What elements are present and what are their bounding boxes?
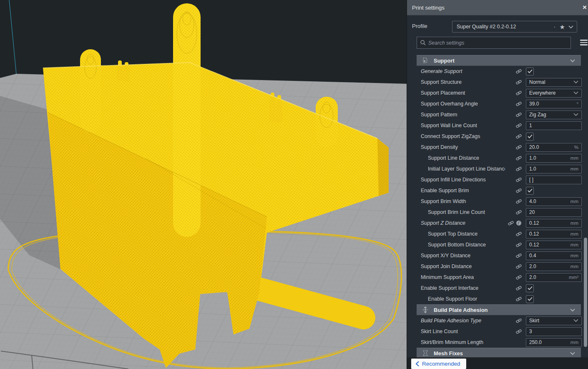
setting-row-support-infill-line-directions: Support Infill Line Directions[ ] — [407, 174, 588, 185]
section-label: Mesh Fixes — [434, 350, 463, 356]
input-skirt-brim-minimum-length[interactable]: 250.0mm — [526, 338, 582, 347]
panel-title: Print settings — [412, 5, 445, 11]
link-icon — [516, 231, 522, 237]
input-value: 39.0 — [529, 101, 576, 107]
link-icon — [516, 253, 522, 259]
link-icon — [516, 90, 522, 96]
input-support-wall-line-count[interactable]: 1 — [526, 121, 582, 130]
profile-label: Profile — [412, 23, 427, 29]
input-support-brim-line-count[interactable]: 20 — [526, 208, 582, 217]
checkbox-enable-support-floor[interactable] — [526, 295, 534, 303]
checkbox-generate-support[interactable] — [526, 68, 534, 75]
input-unit: mm — [570, 264, 578, 269]
setting-row-support-pattern: Support PatternZig Zag — [407, 109, 588, 120]
input-value: 1 — [529, 123, 578, 128]
search-row: Search settings — [417, 37, 588, 49]
setting-label: Enable Support Interface — [421, 285, 505, 291]
link-icon — [516, 210, 522, 215]
setting-label: Build Plate Adhesion Type — [421, 318, 505, 324]
dropdown-build-plate-adhesion-type[interactable]: Skirt — [526, 316, 582, 325]
input-unit: mm — [570, 231, 578, 236]
section-header-support[interactable]: Support — [417, 55, 581, 66]
link-icon — [516, 188, 522, 193]
search-input[interactable]: Search settings — [417, 37, 571, 49]
setting-row-support-bottom-distance: Support Bottom Distance0.12mm — [407, 239, 588, 250]
input-unit: % — [574, 145, 578, 150]
setting-label: Support Top Distance — [428, 231, 505, 237]
input-support-density[interactable]: 20.0% — [526, 143, 582, 152]
input-value: 3 — [529, 329, 578, 334]
input-value: 2.0 — [529, 264, 570, 269]
dropdown-value: Zig Zag — [529, 112, 573, 118]
settings-menu-icon[interactable] — [580, 39, 588, 46]
dropdown-support-pattern[interactable]: Zig Zag — [526, 110, 582, 119]
dropdown-value: Skirt — [529, 318, 573, 324]
profile-dropdown[interactable]: Super Quality #2 0.2-0.12 ★ — [452, 21, 577, 33]
input-value: 1.0 — [529, 166, 570, 172]
chevron-down-icon — [573, 91, 578, 95]
input-support-overhang-angle[interactable]: 39.0° — [526, 100, 582, 108]
input-support-bottom-distance[interactable]: 0.12mm — [526, 241, 582, 249]
star-icon[interactable]: ★ — [560, 22, 565, 33]
input-value: [ ] — [529, 177, 578, 183]
chevron-down-icon — [573, 80, 578, 84]
dropdown-support-placement[interactable]: Everywhere — [526, 89, 582, 98]
input-support-join-distance[interactable]: 2.0mm — [526, 262, 582, 271]
link-icon — [516, 318, 522, 324]
setting-label: Support Placement — [421, 90, 505, 96]
dropdown-support-structure[interactable]: Normal — [526, 78, 582, 87]
panel-footer: Recommended — [407, 357, 588, 369]
setting-row-enable-support-brim: Enable Support Brim — [407, 185, 588, 196]
setting-row-support-join-distance: Support Join Distance2.0mm — [407, 261, 588, 272]
check-icon — [528, 69, 533, 73]
checkbox-enable-support-brim[interactable] — [526, 187, 534, 195]
setting-label: Connect Support ZigZags — [421, 133, 505, 139]
input-support-x-y-distance[interactable]: 0.4mm — [526, 251, 582, 260]
setting-row-enable-support-interface: Enable Support Interface — [407, 283, 588, 294]
input-unit: mm — [570, 340, 578, 345]
link-icon — [516, 264, 522, 269]
setting-row-skirt-line-count: Skirt Line Count3 — [407, 326, 588, 337]
panel-scrollbar-thumb[interactable] — [584, 238, 587, 347]
link-icon — [516, 134, 522, 139]
input-support-infill-line-directions[interactable]: [ ] — [526, 176, 582, 184]
input-value: 1.0 — [529, 155, 570, 161]
input-support-top-distance[interactable]: 0.12mm — [526, 230, 582, 238]
recommended-button[interactable]: Recommended — [411, 359, 466, 369]
input-unit: mm² — [569, 275, 578, 280]
input-support-brim-width[interactable]: 4.0mm — [526, 197, 582, 206]
setting-row-enable-support-floor: Enable Support Floor — [407, 294, 588, 304]
setting-label: Support Overhang Angle — [421, 101, 505, 107]
link-icon — [516, 101, 522, 107]
link-icon — [516, 156, 522, 161]
input-support-z-distance[interactable]: 0.12mm — [526, 219, 582, 228]
link-icon — [508, 221, 514, 226]
setting-row-connect-support-zigzags: Connect Support ZigZags — [407, 131, 588, 142]
setting-row-support-density: Support Density20.0% — [407, 142, 588, 153]
input-initial-layer-support-line-distance[interactable]: 1.0mm — [526, 165, 582, 173]
checkbox-connect-support-zigzags[interactable] — [526, 133, 534, 141]
setting-label: Support Pattern — [421, 112, 505, 118]
close-icon[interactable]: × — [583, 0, 588, 15]
setting-label: Skirt Line Count — [421, 329, 505, 334]
setting-row-support-line-distance: Support Line Distance1.0mm — [407, 153, 588, 163]
check-icon — [528, 297, 533, 301]
setting-row-generate-support: Generate Support — [407, 66, 588, 77]
setting-label: Support Line Distance — [428, 155, 505, 161]
input-skirt-line-count[interactable]: 3 — [526, 327, 582, 336]
setting-row-support-top-distance: Support Top Distance0.12mm — [407, 228, 588, 239]
section-header-build-plate-adhesion[interactable]: Build Plate Adhesion — [417, 304, 581, 315]
input-support-line-distance[interactable]: 1.0mm — [526, 154, 582, 163]
input-value: 4.0 — [529, 198, 570, 204]
setting-label: Support Brim Line Count — [428, 209, 505, 215]
setting-label: Support Join Distance — [421, 264, 505, 269]
section-label: Support — [434, 58, 455, 64]
checkbox-enable-support-interface[interactable] — [526, 284, 534, 292]
setting-row-skirt-brim-minimum-length: Skirt/Brim Minimum Length250.0mm — [407, 337, 588, 348]
setting-label: Enable Support Floor — [428, 296, 505, 302]
link-icon — [516, 166, 522, 172]
input-minimum-support-area[interactable]: 2.0mm² — [526, 273, 582, 282]
input-value: 0.4 — [529, 253, 570, 259]
setting-label: Support Structure — [421, 79, 505, 85]
chevron-down-icon — [573, 113, 578, 116]
